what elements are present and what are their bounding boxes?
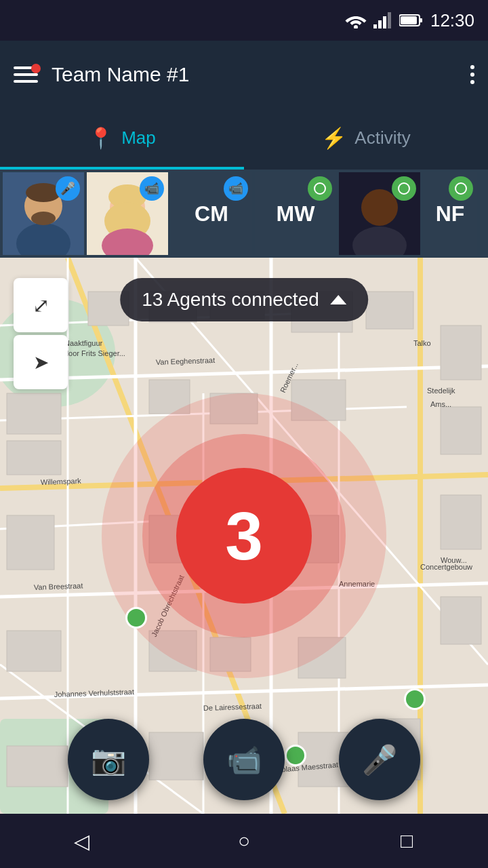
tab-map[interactable]: 📍 Map [0, 108, 244, 167]
svg-rect-6 [420, 18, 422, 22]
map-pin-icon: 📍 [88, 126, 113, 150]
cluster-marker[interactable]: 3 [102, 393, 386, 678]
back-button[interactable]: ◁ [54, 814, 108, 868]
agent-initials-6: NF [436, 201, 465, 226]
agent-badge-3: 📹 [224, 176, 248, 201]
tab-activity[interactable]: ⚡ Activity [244, 108, 488, 167]
agent-avatar-3[interactable]: CM 📹 [171, 172, 252, 255]
svg-rect-47 [366, 292, 413, 329]
system-nav-bar: ◁ ○ □ [0, 814, 488, 868]
tab-activity-label: Activity [354, 127, 410, 149]
agent-initials-3: CM [195, 201, 228, 226]
agent-initials-4: MW [277, 201, 315, 226]
svg-rect-59 [7, 631, 61, 671]
battery-icon [399, 14, 424, 27]
navigate-icon: ➤ [33, 351, 49, 374]
tab-map-label: Map [121, 127, 156, 149]
agent-badge-6 [449, 176, 473, 201]
online-dot-5 [398, 182, 410, 195]
microphone-icon: 🎤 [362, 743, 397, 776]
agent-avatar-1[interactable]: 🎤 [3, 172, 84, 255]
svg-text:Talko: Talko [413, 339, 431, 347]
agents-connected-badge[interactable]: 13 Agents connected [120, 278, 368, 321]
home-button[interactable]: ○ [217, 814, 271, 868]
top-bar: Team Name #1 [0, 41, 488, 108]
svg-rect-58 [441, 597, 481, 644]
expand-map-button[interactable]: ⤢ [14, 278, 68, 332]
back-icon: ◁ [74, 829, 89, 853]
chevron-up-icon [330, 295, 346, 304]
microphone-button[interactable]: 🎤 [339, 719, 420, 800]
agent-strip: 🎤 📹 CM 📹 MW [0, 170, 488, 258]
recent-apps-icon: □ [401, 829, 413, 852]
svg-rect-42 [7, 441, 61, 475]
svg-rect-56 [441, 407, 481, 454]
svg-rect-57 [441, 495, 481, 549]
agent-badge-4 [308, 176, 332, 201]
svg-text:Van Breestraat: Van Breestraat [34, 581, 83, 591]
svg-rect-51 [7, 515, 54, 570]
cluster-number: 3 [225, 497, 263, 575]
svg-rect-7 [401, 16, 417, 24]
svg-rect-2 [378, 20, 382, 28]
expand-icon: ⤢ [33, 294, 49, 317]
wifi-icon [345, 12, 367, 28]
svg-rect-1 [373, 24, 377, 28]
status-time: 12:30 [430, 10, 474, 31]
bottom-action-bar: 📷 📹 🎤 [0, 705, 488, 814]
svg-text:door Frits Sieger...: door Frits Sieger... [64, 349, 125, 357]
agent-avatar-4[interactable]: MW [255, 172, 336, 255]
agent-avatar-5[interactable] [339, 172, 420, 255]
svg-text:Naaktfiguur: Naaktfiguur [64, 339, 103, 347]
activity-bolt-icon: ⚡ [321, 126, 346, 150]
map-dot-1[interactable] [125, 607, 147, 629]
signal-icon [373, 12, 392, 28]
team-name: Team Name #1 [52, 63, 189, 86]
cluster-inner: 3 [176, 468, 312, 604]
camera-button[interactable]: 📷 [68, 719, 149, 800]
agent-badge-2: 📹 [140, 176, 164, 201]
svg-rect-55 [441, 326, 481, 380]
online-dot-6 [455, 182, 467, 195]
video-call-button[interactable]: 📹 [203, 719, 285, 800]
svg-point-12 [31, 212, 56, 225]
agent-avatar-6[interactable]: NF [423, 172, 477, 255]
agent-avatar-2[interactable]: 📹 [87, 172, 168, 255]
svg-point-19 [361, 189, 398, 226]
menu-button[interactable] [14, 66, 38, 83]
svg-text:Willemspark: Willemspark [41, 477, 82, 486]
agent-badge-1: 🎤 [56, 176, 80, 201]
video-icon-2: 📹 [144, 181, 159, 196]
svg-rect-41 [7, 393, 61, 434]
video-call-icon: 📹 [226, 743, 262, 776]
cluster-middle: 3 [142, 434, 346, 637]
notification-dot [31, 64, 41, 73]
svg-text:Stedelijk: Stedelijk [427, 387, 455, 395]
svg-point-0 [354, 25, 358, 28]
online-dot-4 [314, 182, 326, 195]
recent-apps-button[interactable]: □ [380, 814, 434, 868]
svg-rect-4 [388, 12, 391, 28]
status-bar: 12:30 [0, 0, 488, 41]
svg-text:Wouw...: Wouw... [441, 556, 467, 564]
more-options-button[interactable] [470, 65, 474, 84]
tab-bar: 📍 Map ⚡ Activity [0, 108, 488, 170]
camera-icon: 📷 [91, 743, 126, 776]
home-icon: ○ [238, 829, 250, 852]
agent-badge-5 [392, 176, 416, 201]
map-controls: ⤢ ➤ [14, 278, 68, 389]
mic-icon-1: 🎤 [60, 181, 75, 196]
agents-connected-text: 13 Agents connected [142, 289, 319, 311]
video-icon-3: 📹 [228, 181, 243, 196]
svg-text:Ams...: Ams... [430, 400, 451, 408]
status-icons: 12:30 [345, 10, 474, 31]
svg-rect-3 [383, 16, 386, 28]
navigate-button[interactable]: ➤ [14, 335, 68, 389]
cluster-outer: 3 [102, 393, 386, 678]
